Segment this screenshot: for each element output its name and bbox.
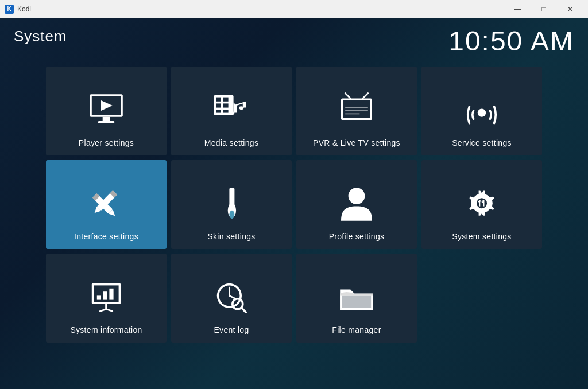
page-time: 10:50 AM: [448, 28, 574, 55]
svg-rect-6: [216, 98, 221, 102]
maximize-button[interactable]: □: [531, 0, 557, 18]
tile-file-manager[interactable]: File manager: [296, 254, 417, 343]
system-settings-icon: [459, 181, 505, 227]
player-settings-icon: [83, 88, 129, 134]
svg-rect-39: [109, 289, 113, 300]
system-information-icon: [83, 275, 129, 321]
close-button[interactable]: ✕: [557, 0, 583, 18]
tile-system-information[interactable]: System information: [46, 254, 167, 343]
svg-line-14: [345, 93, 350, 98]
media-settings-icon: [208, 88, 254, 134]
window-controls: — □ ✕: [504, 0, 583, 18]
tile-file-manager-label: File manager: [332, 325, 381, 334]
svg-rect-9: [223, 103, 229, 107]
svg-point-30: [477, 198, 487, 208]
tiles-grid: Player settings Media settings: [14, 67, 574, 343]
event-log-icon: [208, 275, 254, 321]
tile-profile-settings-label: Profile settings: [329, 232, 385, 241]
svg-rect-10: [216, 110, 221, 112]
svg-point-19: [478, 108, 486, 116]
title-bar: K Kodi — □ ✕: [0, 0, 588, 18]
tile-profile-settings[interactable]: Profile settings: [296, 160, 417, 249]
minimize-button[interactable]: —: [504, 0, 531, 18]
title-bar-left: K Kodi: [5, 5, 31, 14]
tile-skin-settings[interactable]: Skin settings: [171, 160, 292, 249]
main-content: System 10:50 AM Player settings: [0, 18, 588, 389]
tile-skin-settings-label: Skin settings: [207, 232, 255, 241]
svg-line-42: [106, 309, 113, 312]
service-settings-icon: [459, 88, 505, 134]
file-manager-icon: [334, 275, 380, 321]
app-icon: K: [5, 5, 14, 14]
svg-rect-38: [103, 291, 107, 299]
tile-pvr-settings[interactable]: PVR & Live TV settings: [296, 67, 417, 155]
svg-line-48: [241, 308, 246, 312]
svg-rect-11: [223, 110, 229, 112]
tile-system-information-label: System information: [70, 325, 142, 334]
tile-pvr-settings-label: PVR & Live TV settings: [313, 138, 400, 147]
page-header: System 10:50 AM: [14, 28, 574, 55]
svg-rect-4: [98, 121, 115, 123]
svg-point-29: [349, 188, 365, 204]
svg-rect-7: [223, 98, 229, 102]
app-title: Kodi: [17, 5, 31, 13]
svg-rect-37: [97, 295, 101, 299]
tile-event-log[interactable]: Event log: [171, 254, 292, 343]
tile-empty: [421, 254, 542, 343]
skin-settings-icon: [208, 181, 254, 227]
tile-service-settings[interactable]: Service settings: [421, 67, 542, 155]
profile-settings-icon: [334, 181, 380, 227]
tile-event-log-label: Event log: [214, 325, 249, 334]
tile-interface-settings[interactable]: Interface settings: [46, 160, 167, 249]
svg-rect-13: [343, 100, 370, 118]
page-title: System: [14, 28, 67, 45]
tile-service-settings-label: Service settings: [452, 138, 512, 147]
tile-system-settings-label: System settings: [452, 232, 511, 241]
svg-point-28: [229, 211, 234, 219]
svg-line-41: [100, 309, 106, 312]
tile-system-settings[interactable]: System settings: [421, 160, 542, 249]
tile-media-settings-label: Media settings: [204, 138, 258, 147]
pvr-settings-icon: [334, 88, 380, 134]
interface-settings-icon: [83, 181, 129, 227]
tile-interface-settings-label: Interface settings: [74, 232, 138, 241]
tile-player-settings[interactable]: Player settings: [46, 67, 167, 155]
svg-rect-3: [103, 117, 110, 121]
tile-player-settings-label: Player settings: [79, 138, 134, 147]
svg-rect-8: [216, 103, 221, 107]
svg-line-15: [363, 93, 368, 98]
tile-media-settings[interactable]: Media settings: [171, 67, 292, 155]
